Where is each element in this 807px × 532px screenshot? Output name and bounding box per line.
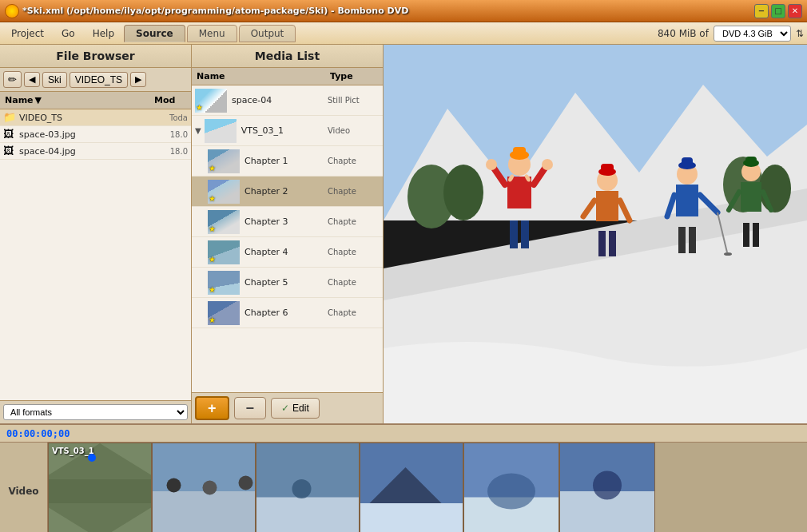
track-content: VTS_03_1 bbox=[48, 443, 807, 532]
svg-point-62 bbox=[487, 474, 535, 510]
file-list: 📁 VIDEO_TS Toda 🖼 space-03.jpg 18.0 🖼 sp… bbox=[0, 109, 191, 400]
timeline-clip-5[interactable] bbox=[463, 443, 559, 532]
svg-point-56 bbox=[292, 479, 312, 498]
media-item-type: Chapte bbox=[328, 187, 380, 196]
edit-folder-button[interactable]: ✏ bbox=[3, 71, 22, 88]
svg-rect-50 bbox=[153, 491, 255, 532]
star-icon: ★ bbox=[209, 285, 216, 294]
svg-rect-55 bbox=[256, 498, 359, 533]
star-icon: ★ bbox=[209, 194, 216, 203]
svg-rect-45 bbox=[745, 157, 757, 165]
disk-dropdown[interactable]: DVD 4.3 GiB DVD 8.5 GiB bbox=[714, 26, 791, 42]
media-item-type: Video bbox=[328, 126, 380, 135]
svg-rect-58 bbox=[360, 503, 463, 532]
media-thumbnail: ★ bbox=[208, 271, 240, 295]
file-row-video-ts[interactable]: 📁 VIDEO_TS Toda bbox=[0, 109, 191, 126]
preview-area bbox=[384, 45, 807, 423]
timeline-clip-2[interactable] bbox=[152, 443, 256, 532]
sort-arrow-icon: ▼ bbox=[35, 95, 42, 105]
svg-rect-48 bbox=[49, 479, 151, 503]
file-col-name-header[interactable]: Name ▼ bbox=[0, 93, 151, 107]
media-scroll[interactable]: ★ space-04 Still Pict ▼ VTS_03_1 Video bbox=[192, 85, 383, 392]
timeline-clip-4[interactable] bbox=[360, 443, 463, 532]
menu-item-help[interactable]: Help bbox=[85, 26, 122, 42]
menu-item-go[interactable]: Go bbox=[54, 26, 83, 42]
nav-back-button[interactable]: ◀ bbox=[24, 72, 40, 87]
svg-point-52 bbox=[203, 481, 217, 495]
media-item-type: Chapte bbox=[328, 278, 380, 287]
media-thumbnail bbox=[205, 119, 237, 143]
maximize-button[interactable]: □ bbox=[771, 4, 785, 18]
file-browser: File Browser ✏ ◀ Ski VIDEO_TS ▶ Name ▼ M… bbox=[0, 45, 192, 423]
file-row-space04[interactable]: 🖼 space-04.jpg 18.0 bbox=[0, 143, 191, 160]
playhead bbox=[88, 454, 96, 462]
media-row-chapter4[interactable]: ★ Chapter 4 Chapte bbox=[192, 237, 383, 268]
media-list-header: Name Type bbox=[192, 68, 383, 85]
remove-media-button[interactable]: − bbox=[234, 397, 267, 419]
star-icon: ★ bbox=[209, 164, 216, 173]
title-text: *Ski.xml (/opt/home/ilya/opt/programming… bbox=[22, 6, 408, 16]
media-row-chapter2[interactable]: ★ Chapter 2 Chapte bbox=[192, 177, 383, 207]
media-row-chapter1[interactable]: ★ Chapter 1 Chapte bbox=[192, 146, 383, 177]
file-name: VIDEO_TS bbox=[19, 113, 148, 123]
file-col-mod-header: Mod bbox=[151, 93, 191, 107]
minimize-button[interactable]: − bbox=[754, 4, 769, 18]
timeline-clip-3[interactable] bbox=[256, 443, 360, 532]
file-mod: Toda bbox=[148, 113, 188, 122]
media-item-name: Chapter 4 bbox=[244, 247, 328, 257]
expand-icon[interactable]: ▼ bbox=[195, 126, 201, 135]
menu-bar: Project Go Help Source Menu Output 840 M… bbox=[0, 22, 807, 45]
svg-point-35 bbox=[724, 252, 732, 256]
media-col-name-header: Name bbox=[192, 69, 327, 83]
breadcrumb-ski[interactable]: Ski bbox=[42, 72, 67, 88]
format-select[interactable]: All formats Video files Image files bbox=[3, 404, 188, 420]
checkmark-icon: ✓ bbox=[281, 403, 289, 414]
file-mod: 18.0 bbox=[148, 130, 188, 139]
nav-forward-button[interactable]: ▶ bbox=[130, 72, 146, 87]
svg-rect-29 bbox=[676, 185, 698, 216]
media-list: Media List Name Type ★ space-04 Still Pi… bbox=[192, 45, 384, 423]
media-item-name: Chapter 1 bbox=[244, 156, 328, 166]
menu-item-project[interactable]: Project bbox=[3, 26, 52, 42]
svg-rect-21 bbox=[596, 191, 618, 221]
svg-rect-10 bbox=[510, 220, 518, 248]
tab-menu[interactable]: Menu bbox=[187, 25, 237, 42]
svg-rect-39 bbox=[741, 182, 761, 212]
window-controls: − □ ✕ bbox=[754, 4, 802, 18]
svg-rect-27 bbox=[601, 164, 614, 173]
disk-info-label: 840 MiB of bbox=[658, 28, 709, 39]
media-thumbnail: ★ bbox=[208, 180, 240, 204]
svg-rect-22 bbox=[598, 231, 606, 256]
media-thumbnail: ★ bbox=[195, 89, 227, 113]
media-row-chapter3[interactable]: ★ Chapter 3 Chapte bbox=[192, 207, 383, 237]
title-bar: *Ski.xml (/opt/home/ilya/opt/programming… bbox=[0, 0, 807, 22]
tab-output[interactable]: Output bbox=[239, 25, 296, 42]
close-button[interactable]: ✕ bbox=[788, 4, 802, 18]
file-mod: 18.0 bbox=[148, 147, 188, 156]
breadcrumb-video-ts[interactable]: VIDEO_TS bbox=[70, 72, 128, 88]
media-row-chapter6[interactable]: ★ Chapter 6 Chapte bbox=[192, 298, 383, 328]
svg-point-19 bbox=[542, 159, 553, 170]
media-item-name: Chapter 2 bbox=[244, 186, 328, 197]
file-name: space-03.jpg bbox=[19, 129, 148, 140]
svg-rect-37 bbox=[682, 157, 693, 167]
edit-media-button[interactable]: ✓ Edit bbox=[271, 398, 320, 419]
track-label: Video bbox=[0, 443, 48, 532]
edit-media-label: Edit bbox=[292, 403, 309, 414]
svg-rect-30 bbox=[678, 227, 686, 253]
main-content: File Browser ✏ ◀ Ski VIDEO_TS ▶ Name ▼ M… bbox=[0, 45, 807, 423]
media-row-space04[interactable]: ★ space-04 Still Pict bbox=[192, 85, 383, 116]
tab-source[interactable]: Source bbox=[124, 25, 185, 42]
media-thumbnail: ★ bbox=[208, 149, 240, 173]
media-actions: + − ✓ Edit bbox=[192, 392, 383, 423]
timeline-clip-6[interactable] bbox=[559, 443, 655, 532]
image-icon: 🖼 bbox=[3, 145, 16, 157]
media-row-chapter5[interactable]: ★ Chapter 5 Chapte bbox=[192, 268, 383, 298]
svg-rect-11 bbox=[521, 220, 529, 248]
nav-bar: ✏ ◀ Ski VIDEO_TS ▶ bbox=[0, 68, 191, 92]
media-item-type: Chapte bbox=[328, 308, 380, 317]
file-row-space03[interactable]: 🖼 space-03.jpg 18.0 bbox=[0, 126, 191, 143]
timeline-clip-vts031[interactable]: VTS_03_1 bbox=[48, 443, 152, 532]
media-row-vts031[interactable]: ▼ VTS_03_1 Video bbox=[192, 116, 383, 146]
add-media-button[interactable]: + bbox=[195, 396, 229, 420]
